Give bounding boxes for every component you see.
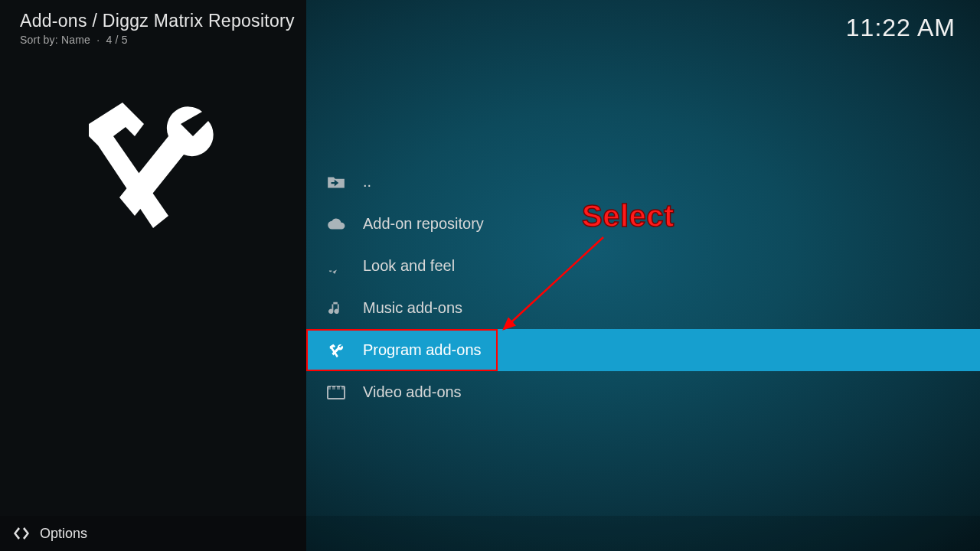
list-item-label: Video add-ons [363,383,462,401]
list-item-program-addons[interactable]: Program add-ons [306,329,980,371]
options-label[interactable]: Options [40,526,87,542]
category-art-tools-icon [74,90,227,243]
list-item-parent[interactable]: .. [306,161,980,203]
options-icon[interactable] [11,523,32,544]
sort-line: Sort by: Name · 4 / 5 [20,34,128,46]
list-item-look-and-feel[interactable]: Look and feel [306,245,980,287]
list-item-label: .. [363,173,371,191]
list-item-music-addons[interactable]: Music add-ons [306,287,980,329]
list-item-label: Program add-ons [363,341,482,359]
clock: 11:22 AM [846,14,956,42]
cloud-icon [325,215,348,233]
video-icon [325,383,348,402]
side-panel: Add-ons / Diggz Matrix Repository Sort b… [0,0,306,551]
music-icon [325,299,348,318]
annotation-select-label: Select [582,199,675,233]
svg-rect-3 [331,386,332,390]
list-item-label: Look and feel [363,257,455,275]
list-item-video-addons[interactable]: Video add-ons [306,371,980,413]
tools-icon [325,341,348,360]
paint-icon [325,257,348,276]
sort-separator: · [93,34,106,46]
folder-up-icon [325,173,348,191]
list-item-label: Add-on repository [363,215,484,233]
sort-by-label: Sort by: Name [20,34,90,46]
svg-rect-4 [335,386,337,390]
item-counter: 4 / 5 [106,34,128,46]
footer-bar: Options [0,516,980,551]
breadcrumb: Add-ons / Diggz Matrix Repository [20,11,295,31]
list-item-label: Music add-ons [363,299,462,317]
svg-rect-5 [340,386,341,390]
